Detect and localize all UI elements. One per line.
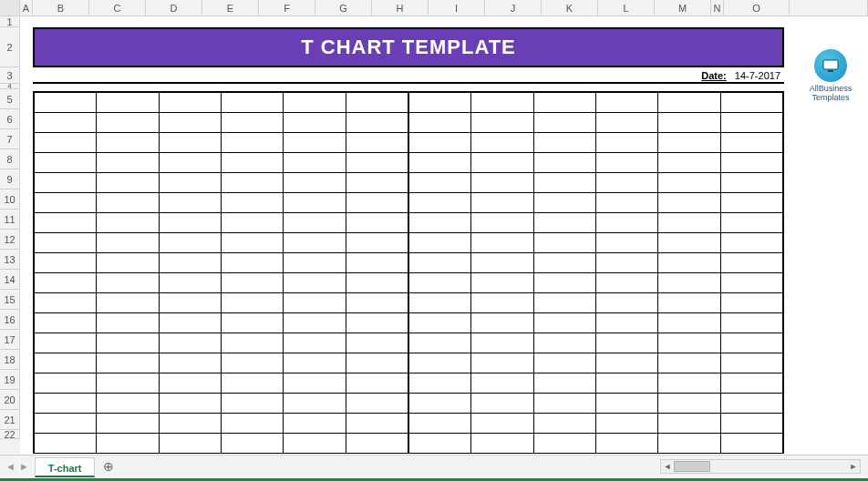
tchart-cell[interactable]	[97, 173, 159, 193]
tchart-cell[interactable]	[284, 434, 346, 454]
tchart-cell[interactable]	[97, 374, 159, 394]
tchart-cell[interactable]	[409, 233, 471, 253]
tchart-cell[interactable]	[222, 113, 284, 133]
row-header-13[interactable]: 13	[0, 250, 20, 270]
tchart-cell[interactable]	[471, 153, 533, 173]
tchart-cell[interactable]	[721, 434, 782, 454]
tchart-cell[interactable]	[284, 253, 346, 273]
tchart-cell[interactable]	[97, 193, 159, 213]
tchart-cell[interactable]	[346, 193, 409, 213]
row-header-12[interactable]: 12	[0, 230, 20, 250]
tchart-cell[interactable]	[596, 353, 658, 374]
tchart-cell[interactable]	[222, 213, 284, 233]
tchart-cell[interactable]	[346, 173, 409, 193]
tchart-cell[interactable]	[658, 193, 720, 213]
tchart-cell[interactable]	[222, 153, 284, 173]
tchart-cell[interactable]	[721, 273, 782, 293]
row-header-22[interactable]: 22	[0, 430, 20, 439]
tchart-cell[interactable]	[160, 434, 222, 454]
tab-nav-arrows[interactable]: ◄ ►	[0, 461, 35, 472]
tchart-cell[interactable]	[284, 173, 346, 193]
tchart-cell[interactable]	[534, 353, 596, 374]
tchart-cell[interactable]	[409, 353, 471, 374]
tchart-cell[interactable]	[721, 133, 782, 153]
new-sheet-button[interactable]: ⊕	[98, 456, 119, 476]
tchart-cell[interactable]	[160, 414, 222, 434]
tchart-cell[interactable]	[97, 414, 159, 434]
tchart-cell[interactable]	[346, 293, 409, 313]
tchart-cell[interactable]	[409, 333, 471, 353]
tchart-cell[interactable]	[160, 153, 222, 173]
tchart-cell[interactable]	[35, 173, 97, 193]
tchart-cell[interactable]	[35, 193, 97, 213]
tchart-cell[interactable]	[721, 233, 782, 253]
select-all-corner[interactable]	[0, 0, 20, 16]
tchart-cell[interactable]	[346, 374, 409, 394]
tchart-cell[interactable]	[97, 93, 159, 113]
tchart-cell[interactable]	[471, 113, 533, 133]
row-header-11[interactable]: 11	[0, 210, 20, 230]
tchart-cell[interactable]	[409, 213, 471, 233]
tchart-cell[interactable]	[721, 173, 782, 193]
tchart-cell[interactable]	[596, 333, 658, 353]
tchart-cell[interactable]	[346, 213, 409, 233]
tchart-cell[interactable]	[284, 313, 346, 333]
tchart-cell[interactable]	[222, 353, 284, 374]
tchart-cell[interactable]	[346, 113, 409, 133]
tchart-cell[interactable]	[721, 93, 782, 113]
tchart-cell[interactable]	[471, 193, 533, 213]
row-header-20[interactable]: 20	[0, 390, 20, 410]
tchart-cell[interactable]	[596, 414, 658, 434]
tchart-cell[interactable]	[409, 394, 471, 414]
tchart-cell[interactable]	[534, 113, 596, 133]
col-header-B[interactable]: B	[33, 0, 89, 16]
tchart-cell[interactable]	[658, 213, 720, 233]
tchart-cell[interactable]	[596, 273, 658, 293]
tchart-cell[interactable]	[658, 434, 720, 454]
tchart-cell[interactable]	[222, 414, 284, 434]
tchart-cell[interactable]	[471, 173, 533, 193]
tchart-cell[interactable]	[97, 293, 159, 313]
col-header-I[interactable]: I	[429, 0, 485, 16]
row-header-7[interactable]: 7	[0, 129, 20, 149]
tchart-cell[interactable]	[222, 293, 284, 313]
tchart-cell[interactable]	[534, 273, 596, 293]
tchart-cell[interactable]	[35, 273, 97, 293]
hscroll-right-icon[interactable]: ►	[847, 460, 860, 473]
col-header-A[interactable]: A	[20, 0, 33, 16]
tchart-cell[interactable]	[596, 193, 658, 213]
tchart-cell[interactable]	[35, 153, 97, 173]
tab-nav-prev-icon[interactable]: ◄	[5, 461, 16, 472]
tchart-cell[interactable]	[222, 313, 284, 333]
col-header-L[interactable]: L	[598, 0, 655, 16]
tchart-cell[interactable]	[284, 213, 346, 233]
tchart-cell[interactable]	[160, 213, 222, 233]
tchart-cell[interactable]	[534, 133, 596, 153]
row-header-5[interactable]: 5	[0, 89, 20, 109]
tchart-cell[interactable]	[409, 173, 471, 193]
tchart-cell[interactable]	[658, 93, 720, 113]
row-header-6[interactable]: 6	[0, 109, 20, 129]
tchart-cell[interactable]	[721, 374, 782, 394]
tchart-cell[interactable]	[658, 153, 720, 173]
hscroll-left-icon[interactable]: ◄	[661, 460, 674, 473]
tchart-cell[interactable]	[160, 273, 222, 293]
tchart-cell[interactable]	[596, 374, 658, 394]
tchart-cell[interactable]	[534, 173, 596, 193]
tchart-cell[interactable]	[721, 333, 782, 353]
tchart-cell[interactable]	[160, 193, 222, 213]
tchart-cell[interactable]	[97, 273, 159, 293]
tchart-cell[interactable]	[596, 313, 658, 333]
tchart-cell[interactable]	[346, 394, 409, 414]
tchart-cell[interactable]	[471, 313, 533, 333]
tchart-cell[interactable]	[346, 253, 409, 273]
tchart-cell[interactable]	[471, 353, 533, 374]
tchart-cell[interactable]	[409, 113, 471, 133]
tchart-cell[interactable]	[284, 374, 346, 394]
tchart-cell[interactable]	[658, 333, 720, 353]
tchart-cell[interactable]	[534, 233, 596, 253]
tchart-cell[interactable]	[658, 133, 720, 153]
tchart-cell[interactable]	[471, 253, 533, 273]
tchart-cell[interactable]	[160, 233, 222, 253]
tchart-cell[interactable]	[596, 434, 658, 454]
